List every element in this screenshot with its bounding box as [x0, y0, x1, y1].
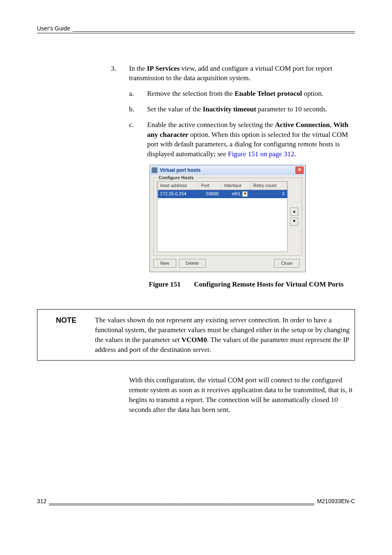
app-icon	[152, 167, 157, 173]
para-text: In the	[129, 65, 147, 72]
sub-number-c: c.	[129, 120, 147, 159]
close-button[interactable]: Close	[274, 259, 300, 268]
header-title: User's Guide	[37, 25, 72, 33]
list-number-3: 3.	[111, 64, 129, 302]
para-text: Remove the selection from the	[147, 90, 235, 97]
page-footer: 312 ____________________________________…	[37, 497, 355, 506]
para-text: ,	[330, 121, 334, 129]
cell-port[interactable]: 50000	[198, 190, 221, 198]
move-down-button[interactable]: ▼	[290, 217, 298, 226]
body-paragraph: With this configuration, the virtual COM…	[37, 375, 355, 414]
cell-interface[interactable]: eth1 ▼	[221, 190, 251, 198]
figure-caption: Figure 151 Configuring Remote Hosts for …	[149, 280, 355, 289]
dialog-title-text: Virtual port hosts	[160, 167, 201, 174]
hosts-listbox[interactable]: Host address Port Interface Retry count	[157, 181, 288, 252]
group-configure-hosts: Configure Hosts Host address	[153, 178, 302, 256]
dialog-virtual-port-hosts: Virtual port hosts ✕ Configure Hosts	[150, 165, 306, 272]
para-text: parameter to 10 seconds.	[256, 105, 327, 113]
dialog-titlebar: Virtual port hosts ✕	[150, 165, 305, 175]
cell-interface-value: eth1	[232, 191, 240, 197]
sub-number-b: b.	[129, 104, 147, 114]
term-enable-telnet: Enable Telnet protocol	[235, 90, 302, 97]
cross-ref-figure-151[interactable]: Figure 151 on page 312	[228, 150, 294, 158]
sub-number-a: a.	[129, 89, 147, 99]
para-text: option.	[302, 90, 323, 97]
cell-retry[interactable]: 3	[251, 190, 287, 198]
figure-number: Figure 151	[149, 280, 194, 289]
table-row[interactable]: 172.25.0.254 50000 eth1 ▼	[158, 190, 287, 198]
doc-id: M210933EN-C	[314, 497, 355, 506]
term-ip-services: IP Services	[147, 65, 180, 72]
move-up-button[interactable]: ▲	[290, 208, 298, 216]
term-inactivity-timeout: Inactivity timeout	[203, 105, 256, 113]
col-interface[interactable]: Interface	[221, 182, 251, 190]
page-number: 312	[37, 497, 49, 506]
cell-host-address[interactable]: 172.25.0.254	[158, 190, 198, 198]
term-vcom0: VCOM0	[182, 336, 207, 344]
close-icon[interactable]: ✕	[295, 166, 304, 174]
note-heading: NOTE	[37, 310, 95, 360]
new-button[interactable]: New	[153, 259, 176, 268]
chevron-down-icon[interactable]: ▼	[242, 191, 248, 197]
para-text: .	[294, 150, 296, 158]
para-text: Set the value of the	[147, 105, 203, 113]
para-text: Enable the active connection by selectin…	[147, 121, 275, 129]
running-header: User's Guide ___________________________…	[37, 25, 355, 35]
col-port[interactable]: Port	[198, 182, 221, 190]
col-retry-count[interactable]: Retry count	[251, 182, 287, 190]
figure-title: Configuring Remote Hosts for Virtual COM…	[194, 280, 355, 289]
group-label: Configure Hosts	[157, 175, 196, 181]
col-host-address[interactable]: Host address	[158, 182, 198, 190]
note-box: NOTE The values shown do not represent a…	[37, 309, 355, 361]
term-active-connection: Active Connection	[275, 121, 330, 129]
delete-button[interactable]: Delete	[179, 259, 206, 268]
